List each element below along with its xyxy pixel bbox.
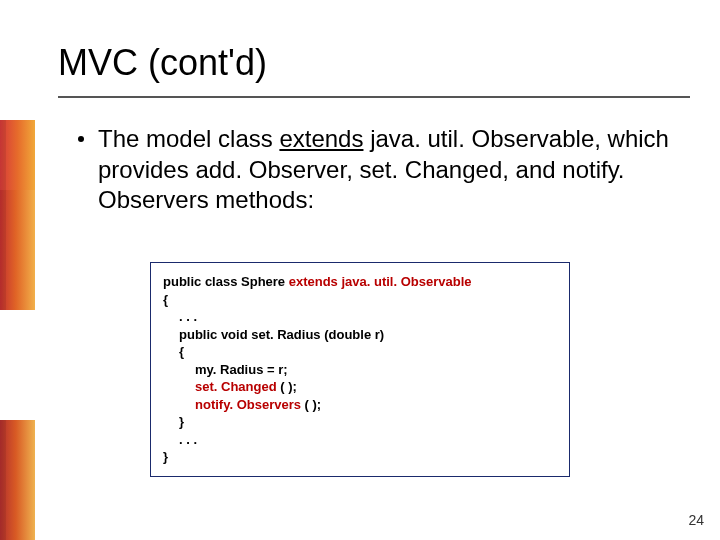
code-box: public class Sphere extends java. util. … [150, 262, 570, 477]
code-line: { [163, 291, 557, 309]
code-line: } [163, 448, 557, 466]
code-line: set. Changed ( ); [163, 378, 557, 396]
code-line: } [163, 413, 557, 431]
page-number: 24 [688, 512, 704, 528]
code-line: public void set. Radius (double r) [163, 326, 557, 344]
title-rule [58, 96, 690, 98]
gradient-block-1 [0, 120, 35, 190]
bullet-underlined: extends [279, 125, 363, 152]
decorative-sidebar [0, 0, 35, 540]
code-line: my. Radius = r; [163, 361, 557, 379]
code-line: . . . [163, 308, 557, 326]
code-line: public class Sphere extends java. util. … [163, 273, 557, 291]
bullet-text: The model class extends java. util. Obse… [98, 124, 680, 216]
bullet-pre: The model class [98, 125, 279, 152]
slide: MVC (cont'd) The model class extends jav… [0, 0, 720, 540]
code-line: . . . [163, 431, 557, 449]
bullet-dot-icon [78, 136, 84, 142]
slide-title: MVC (cont'd) [58, 42, 267, 84]
body-text: The model class extends java. util. Obse… [78, 124, 680, 216]
code-line: notify. Observers ( ); [163, 396, 557, 414]
code-line: { [163, 343, 557, 361]
gradient-block-3 [0, 420, 35, 540]
gradient-block-2 [0, 190, 35, 310]
